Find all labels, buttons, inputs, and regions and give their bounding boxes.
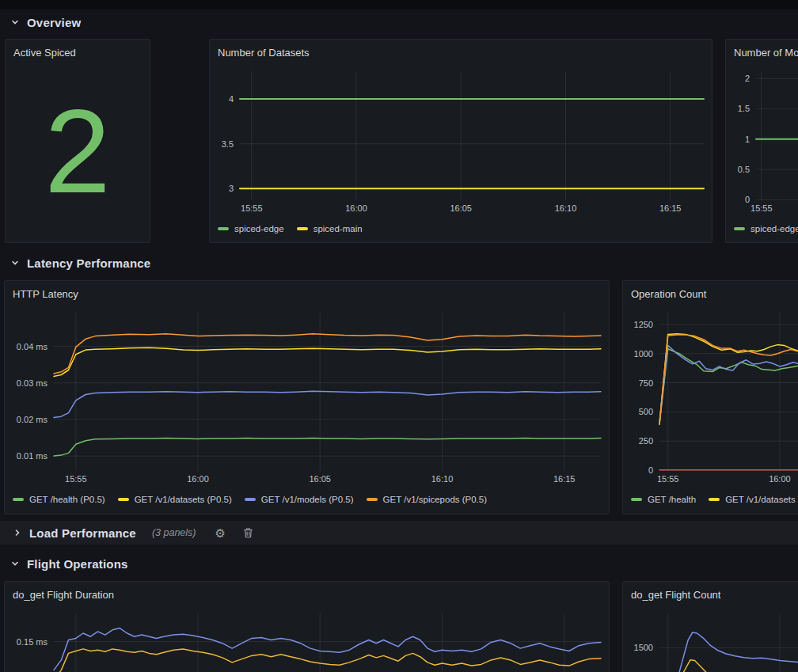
legend-swatch (367, 498, 378, 501)
chart-number-of-datasets[interactable]: 15:5516:0016:0516:1016:1533.54 (216, 68, 705, 215)
legend-swatch (245, 498, 256, 501)
legend-label: spiced-edge (750, 224, 798, 233)
svg-text:15:55: 15:55 (657, 474, 679, 484)
section-title: Overview (27, 16, 81, 29)
legend-item[interactable]: GET /v1/datasets (709, 495, 796, 504)
svg-text:16:00: 16:00 (187, 474, 209, 484)
svg-text:16:10: 16:10 (555, 203, 577, 213)
svg-text:3: 3 (229, 184, 234, 193)
panel-title[interactable]: Number of Datasets (210, 40, 712, 65)
legend-label: GET /v1/models (P0.5) (261, 495, 354, 504)
top-strip (0, 0, 798, 9)
panel-title[interactable]: Operation Count (623, 281, 798, 306)
legend-item[interactable]: GET /v1/models (P0.5) (245, 495, 354, 504)
chart-canvas: 15:5516:0016:0516:1016:150.15 ms (11, 610, 602, 672)
panel-title[interactable]: HTTP Latency (5, 281, 609, 306)
section-title: Flight Operations (27, 557, 128, 571)
svg-text:16:10: 16:10 (431, 474, 454, 484)
chevron-down-icon (10, 17, 20, 27)
legend-label: GET /health (648, 495, 696, 504)
section-header-load-performance[interactable]: Load Performance (3 panels) ⚙ (0, 521, 798, 545)
chart-legend: spiced-edge (734, 215, 798, 242)
legend-item[interactable]: GET /health (P0.5) (13, 495, 105, 504)
legend-swatch (734, 227, 745, 230)
panel-operation-count: Operation Count 15:5516:0002505007501000… (622, 280, 798, 514)
chart-do-get-flight-count[interactable]: 15:5516:001500 (629, 610, 798, 672)
svg-text:16:15: 16:15 (553, 474, 576, 484)
legend-item[interactable]: spiced-edge (734, 224, 798, 233)
svg-text:0.04 ms: 0.04 ms (17, 342, 48, 351)
chevron-down-icon (10, 559, 20, 568)
legend-swatch (297, 227, 308, 230)
row-delete-button[interactable] (241, 526, 255, 540)
panel-number-of-datasets: Number of Datasets 15:5516:0016:0516:101… (209, 39, 712, 243)
svg-text:16:00: 16:00 (769, 474, 791, 484)
svg-text:750: 750 (639, 378, 653, 388)
svg-text:1.5: 1.5 (738, 104, 750, 113)
section-header-overview[interactable]: Overview (10, 12, 81, 32)
legend-label: GET /health (P0.5) (29, 495, 105, 504)
chart-canvas: 15:5516:001500 (629, 610, 798, 672)
chart-legend: GET /healthGET /v1/datasetsGET /v1/model… (631, 485, 798, 514)
stat-value: 2 (6, 60, 150, 242)
legend-swatch (218, 227, 229, 230)
legend-label: GET /v1/spicepods (P0.5) (383, 495, 487, 504)
panel-title[interactable]: Number of Models (726, 40, 798, 65)
svg-text:0.15 ms: 0.15 ms (17, 637, 48, 647)
panel-count-label: (3 panels) (152, 527, 196, 538)
panel-title[interactable]: do_get Flight Duration (5, 582, 609, 607)
svg-text:0: 0 (745, 195, 750, 204)
legend-swatch (13, 498, 24, 501)
svg-text:16:05: 16:05 (450, 203, 472, 213)
chart-legend: GET /health (P0.5)GET /v1/datasets (P0.5… (13, 485, 606, 514)
svg-text:16:15: 16:15 (659, 203, 682, 213)
legend-label: GET /v1/datasets (P0.5) (135, 495, 232, 504)
svg-text:500: 500 (639, 407, 653, 416)
svg-text:0.03 ms: 0.03 ms (17, 378, 48, 388)
legend-item[interactable]: spiced-edge (218, 224, 284, 233)
row-settings-button[interactable]: ⚙ (214, 526, 227, 541)
section-header-flight-operations[interactable]: Flight Operations (10, 553, 128, 574)
legend-item[interactable]: GET /v1/datasets (P0.5) (118, 495, 232, 504)
legend-label: spiced-main (314, 224, 363, 233)
legend-swatch (118, 498, 129, 501)
section-header-latency-performance[interactable]: Latency Performance (10, 252, 150, 273)
svg-text:4: 4 (229, 94, 234, 104)
chart-canvas: 15:5516:0016:0516:1016:150.01 ms0.02 ms0… (11, 309, 602, 485)
svg-text:0: 0 (648, 465, 653, 475)
panel-do-get-flight-duration: do_get Flight Duration 15:5516:0016:0516… (4, 581, 610, 672)
svg-text:15:55: 15:55 (750, 203, 773, 213)
chart-operation-count[interactable]: 15:5516:00025050075010001250 (629, 309, 798, 485)
section-title: Load Performance (29, 526, 136, 540)
grafana-dashboard: Overview Active Spiced 2 Number of Datas… (0, 0, 798, 672)
trash-icon (243, 527, 253, 538)
svg-text:0.02 ms: 0.02 ms (17, 415, 48, 424)
panel-number-of-models: Number of Models 15:5516:0000.511.52 spi… (725, 39, 798, 243)
svg-text:1000: 1000 (634, 349, 653, 359)
chart-number-of-models[interactable]: 15:5516:0000.511.52 (732, 68, 798, 215)
chart-canvas: 15:5516:00025050075010001250 (629, 309, 798, 485)
chart-canvas: 15:5516:0016:0516:1016:1533.54 (216, 68, 705, 215)
svg-text:15:55: 15:55 (241, 203, 263, 213)
svg-text:2: 2 (745, 74, 750, 83)
svg-text:1500: 1500 (634, 643, 653, 652)
svg-text:0.01 ms: 0.01 ms (17, 451, 48, 461)
svg-text:1: 1 (745, 135, 750, 144)
chart-do-get-flight-duration[interactable]: 15:5516:0016:0516:1016:150.15 ms (11, 610, 602, 672)
panel-title[interactable]: do_get Flight Count (623, 582, 798, 607)
svg-text:15:55: 15:55 (65, 474, 87, 484)
chevron-right-icon (13, 528, 22, 537)
panel-active-spiced: Active Spiced 2 (5, 39, 150, 243)
panel-http-latency: HTTP Latency 15:5516:0016:0516:1016:150.… (4, 280, 610, 514)
chart-http-latency[interactable]: 15:5516:0016:0516:1016:150.01 ms0.02 ms0… (11, 309, 602, 485)
chevron-down-icon (10, 258, 20, 268)
section-title: Latency Performance (27, 256, 150, 270)
legend-swatch (709, 498, 720, 501)
legend-item[interactable]: spiced-main (297, 224, 363, 233)
svg-text:16:05: 16:05 (309, 474, 331, 484)
legend-swatch (631, 498, 642, 501)
svg-text:1250: 1250 (634, 320, 653, 329)
legend-item[interactable]: GET /v1/spicepods (P0.5) (367, 495, 487, 504)
svg-text:0.5: 0.5 (738, 165, 750, 174)
legend-item[interactable]: GET /health (631, 495, 696, 504)
